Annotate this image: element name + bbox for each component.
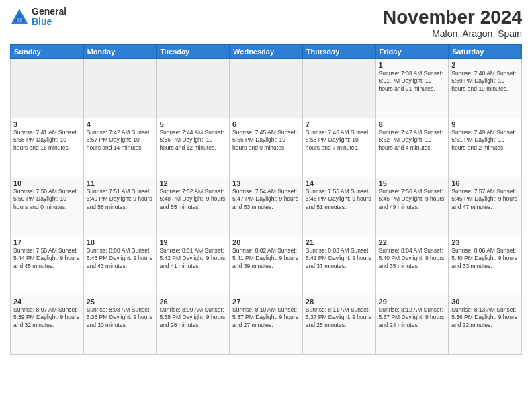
calendar-cell bbox=[157, 59, 230, 118]
calendar-cell: 13Sunrise: 7:54 AM Sunset: 5:47 PM Dayli… bbox=[230, 177, 303, 236]
day-number: 27 bbox=[232, 298, 300, 306]
day-number: 12 bbox=[159, 179, 226, 187]
calendar-cell: 16Sunrise: 7:57 AM Sunset: 5:45 PM Dayli… bbox=[449, 177, 522, 236]
weekday-header-saturday: Saturday bbox=[449, 45, 522, 59]
day-number: 7 bbox=[306, 120, 373, 128]
day-number: 22 bbox=[379, 238, 446, 246]
day-number: 9 bbox=[451, 120, 519, 128]
weekday-header-row: SundayMondayTuesdayWednesdayThursdayFrid… bbox=[11, 45, 522, 59]
weekday-header-wednesday: Wednesday bbox=[230, 45, 303, 59]
calendar-header: SundayMondayTuesdayWednesdayThursdayFrid… bbox=[11, 45, 522, 59]
day-number: 10 bbox=[13, 179, 81, 187]
calendar-week-4: 17Sunrise: 7:58 AM Sunset: 5:44 PM Dayli… bbox=[11, 236, 522, 295]
day-number: 4 bbox=[87, 120, 154, 128]
calendar-cell: 1Sunrise: 7:39 AM Sunset: 6:01 PM Daylig… bbox=[375, 59, 449, 118]
logo-general-text: General bbox=[32, 7, 66, 17]
calendar-body: 1Sunrise: 7:39 AM Sunset: 6:01 PM Daylig… bbox=[11, 59, 522, 355]
weekday-header-tuesday: Tuesday bbox=[157, 45, 230, 59]
calendar-cell: 29Sunrise: 8:12 AM Sunset: 5:37 PM Dayli… bbox=[375, 295, 449, 355]
day-info: Sunrise: 7:52 AM Sunset: 5:48 PM Dayligh… bbox=[159, 188, 226, 211]
day-number: 13 bbox=[232, 179, 300, 187]
calendar-cell: 3Sunrise: 7:41 AM Sunset: 5:58 PM Daylig… bbox=[11, 118, 84, 177]
day-number: 11 bbox=[87, 179, 154, 187]
day-number: 17 bbox=[13, 238, 81, 246]
logo: General Blue bbox=[10, 7, 66, 28]
calendar-cell: 5Sunrise: 7:44 AM Sunset: 5:56 PM Daylig… bbox=[157, 118, 230, 177]
calendar-cell: 15Sunrise: 7:56 AM Sunset: 5:45 PM Dayli… bbox=[375, 177, 449, 236]
day-info: Sunrise: 7:51 AM Sunset: 5:49 PM Dayligh… bbox=[87, 188, 154, 211]
logo-blue-text: Blue bbox=[32, 17, 66, 27]
calendar-cell: 26Sunrise: 8:09 AM Sunset: 5:38 PM Dayli… bbox=[157, 295, 230, 355]
calendar-cell: 25Sunrise: 8:08 AM Sunset: 5:38 PM Dayli… bbox=[83, 295, 157, 355]
weekday-header-monday: Monday bbox=[83, 45, 157, 59]
calendar-cell: 4Sunrise: 7:42 AM Sunset: 5:57 PM Daylig… bbox=[83, 118, 157, 177]
calendar-cell: 14Sunrise: 7:55 AM Sunset: 5:46 PM Dayli… bbox=[302, 177, 375, 236]
day-number: 8 bbox=[379, 120, 446, 128]
day-info: Sunrise: 8:04 AM Sunset: 5:40 PM Dayligh… bbox=[379, 247, 446, 270]
day-info: Sunrise: 7:40 AM Sunset: 5:59 PM Dayligh… bbox=[451, 70, 519, 93]
calendar: SundayMondayTuesdayWednesdayThursdayFrid… bbox=[10, 44, 522, 355]
day-number: 24 bbox=[13, 298, 81, 306]
logo-text: General Blue bbox=[32, 7, 66, 28]
day-number: 5 bbox=[159, 120, 226, 128]
calendar-cell: 21Sunrise: 8:03 AM Sunset: 5:41 PM Dayli… bbox=[302, 236, 375, 295]
day-info: Sunrise: 8:10 AM Sunset: 5:37 PM Dayligh… bbox=[232, 306, 300, 329]
day-info: Sunrise: 8:06 AM Sunset: 5:40 PM Dayligh… bbox=[451, 247, 519, 270]
svg-rect-2 bbox=[17, 18, 22, 22]
day-info: Sunrise: 8:07 AM Sunset: 5:39 PM Dayligh… bbox=[13, 306, 81, 329]
calendar-cell: 7Sunrise: 7:46 AM Sunset: 5:53 PM Daylig… bbox=[302, 118, 375, 177]
day-number: 16 bbox=[451, 179, 519, 187]
day-number: 18 bbox=[87, 238, 154, 246]
day-info: Sunrise: 7:58 AM Sunset: 5:44 PM Dayligh… bbox=[13, 247, 81, 270]
weekday-header-friday: Friday bbox=[375, 45, 449, 59]
day-number: 19 bbox=[159, 238, 226, 246]
day-info: Sunrise: 8:11 AM Sunset: 5:37 PM Dayligh… bbox=[306, 306, 373, 329]
day-number: 29 bbox=[379, 298, 446, 306]
day-info: Sunrise: 7:56 AM Sunset: 5:45 PM Dayligh… bbox=[379, 188, 446, 211]
day-number: 28 bbox=[306, 298, 373, 306]
calendar-cell: 22Sunrise: 8:04 AM Sunset: 5:40 PM Dayli… bbox=[375, 236, 449, 295]
calendar-cell: 9Sunrise: 7:49 AM Sunset: 5:51 PM Daylig… bbox=[449, 118, 522, 177]
day-info: Sunrise: 7:39 AM Sunset: 6:01 PM Dayligh… bbox=[379, 70, 446, 93]
calendar-cell: 23Sunrise: 8:06 AM Sunset: 5:40 PM Dayli… bbox=[449, 236, 522, 295]
calendar-cell bbox=[302, 59, 375, 118]
calendar-cell: 18Sunrise: 8:00 AM Sunset: 5:43 PM Dayli… bbox=[83, 236, 157, 295]
day-info: Sunrise: 7:41 AM Sunset: 5:58 PM Dayligh… bbox=[13, 129, 81, 152]
calendar-week-5: 24Sunrise: 8:07 AM Sunset: 5:39 PM Dayli… bbox=[11, 295, 522, 355]
calendar-week-2: 3Sunrise: 7:41 AM Sunset: 5:58 PM Daylig… bbox=[11, 118, 522, 177]
day-info: Sunrise: 7:57 AM Sunset: 5:45 PM Dayligh… bbox=[451, 188, 519, 211]
day-info: Sunrise: 8:02 AM Sunset: 5:41 PM Dayligh… bbox=[232, 247, 300, 270]
day-info: Sunrise: 7:45 AM Sunset: 5:55 PM Dayligh… bbox=[232, 129, 300, 152]
day-info: Sunrise: 7:49 AM Sunset: 5:51 PM Dayligh… bbox=[451, 129, 519, 152]
day-number: 25 bbox=[87, 298, 154, 306]
weekday-header-thursday: Thursday bbox=[302, 45, 375, 59]
day-number: 23 bbox=[451, 238, 519, 246]
page-title: November 2024 bbox=[383, 7, 522, 28]
day-info: Sunrise: 7:50 AM Sunset: 5:50 PM Dayligh… bbox=[13, 188, 81, 211]
day-number: 3 bbox=[13, 120, 81, 128]
day-number: 2 bbox=[451, 61, 519, 69]
day-info: Sunrise: 8:13 AM Sunset: 5:36 PM Dayligh… bbox=[451, 306, 519, 329]
day-info: Sunrise: 8:03 AM Sunset: 5:41 PM Dayligh… bbox=[306, 247, 373, 270]
day-info: Sunrise: 8:00 AM Sunset: 5:43 PM Dayligh… bbox=[87, 247, 154, 270]
calendar-cell: 8Sunrise: 7:47 AM Sunset: 5:52 PM Daylig… bbox=[375, 118, 449, 177]
day-number: 26 bbox=[159, 298, 226, 306]
calendar-cell: 20Sunrise: 8:02 AM Sunset: 5:41 PM Dayli… bbox=[230, 236, 303, 295]
calendar-cell: 12Sunrise: 7:52 AM Sunset: 5:48 PM Dayli… bbox=[157, 177, 230, 236]
day-number: 20 bbox=[232, 238, 300, 246]
day-info: Sunrise: 8:09 AM Sunset: 5:38 PM Dayligh… bbox=[159, 306, 226, 329]
day-number: 6 bbox=[232, 120, 300, 128]
calendar-week-1: 1Sunrise: 7:39 AM Sunset: 6:01 PM Daylig… bbox=[11, 59, 522, 118]
day-info: Sunrise: 7:55 AM Sunset: 5:46 PM Dayligh… bbox=[306, 188, 373, 211]
weekday-header-sunday: Sunday bbox=[11, 45, 84, 59]
title-block: November 2024 Malon, Aragon, Spain bbox=[383, 7, 522, 39]
header: General Blue November 2024 Malon, Aragon… bbox=[10, 7, 522, 39]
day-info: Sunrise: 7:46 AM Sunset: 5:53 PM Dayligh… bbox=[306, 129, 373, 152]
calendar-cell: 28Sunrise: 8:11 AM Sunset: 5:37 PM Dayli… bbox=[302, 295, 375, 355]
day-info: Sunrise: 7:42 AM Sunset: 5:57 PM Dayligh… bbox=[87, 129, 154, 152]
day-info: Sunrise: 7:47 AM Sunset: 5:52 PM Dayligh… bbox=[379, 129, 446, 152]
calendar-cell: 10Sunrise: 7:50 AM Sunset: 5:50 PM Dayli… bbox=[11, 177, 84, 236]
calendar-cell bbox=[11, 59, 84, 118]
calendar-cell: 30Sunrise: 8:13 AM Sunset: 5:36 PM Dayli… bbox=[449, 295, 522, 355]
day-info: Sunrise: 7:44 AM Sunset: 5:56 PM Dayligh… bbox=[159, 129, 226, 152]
